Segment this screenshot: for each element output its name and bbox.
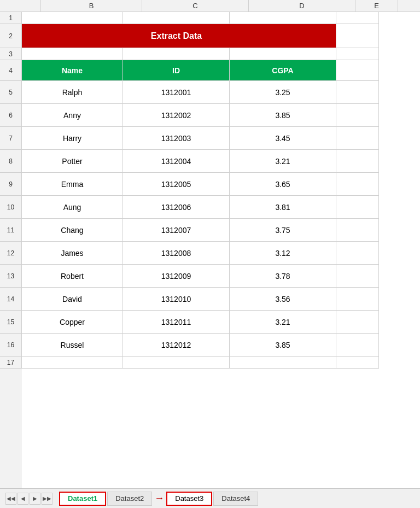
tab-dataset3[interactable]: Dataset3: [166, 492, 212, 506]
cell-c3[interactable]: [123, 48, 230, 60]
row-num-13: 13: [0, 265, 22, 288]
cell-e17[interactable]: [336, 357, 379, 369]
cell-cgpa-6[interactable]: 3.85: [230, 104, 336, 127]
row-num-1: 1: [0, 12, 22, 24]
cell-e1[interactable]: [336, 12, 379, 24]
cell-d3[interactable]: [230, 48, 336, 60]
cell-id-15[interactable]: 1312011: [123, 311, 230, 334]
cell-cgpa-14[interactable]: 3.56: [230, 288, 336, 311]
cell-cgpa-12[interactable]: 3.12: [230, 242, 336, 265]
cell-name-11[interactable]: Chang: [22, 219, 123, 242]
cell-cgpa-13[interactable]: 3.78: [230, 265, 336, 288]
cell-id-8[interactable]: 1312004: [123, 150, 230, 173]
cell-e2[interactable]: [336, 24, 379, 48]
cell-name-15[interactable]: Copper: [22, 311, 123, 334]
cell-cgpa-16[interactable]: 3.85: [230, 334, 336, 357]
cell-e15[interactable]: [336, 311, 379, 334]
cell-name-10[interactable]: Aung: [22, 196, 123, 219]
header-cgpa[interactable]: CGPA: [230, 60, 336, 81]
table-row: David 1312010 3.56: [22, 288, 420, 311]
cell-cgpa-5[interactable]: 3.25: [230, 81, 336, 104]
cell-e14[interactable]: [336, 288, 379, 311]
cell-id-6[interactable]: 1312002: [123, 104, 230, 127]
cell-e6[interactable]: [336, 104, 379, 127]
row-num-5: 5: [0, 81, 22, 104]
cell-id-11[interactable]: 1312007: [123, 219, 230, 242]
row-num-7: 7: [0, 127, 22, 150]
cell-id-14[interactable]: 1312010: [123, 288, 230, 311]
cell-cgpa-9[interactable]: 3.65: [230, 173, 336, 196]
cell-e11[interactable]: [336, 219, 379, 242]
col-header-e[interactable]: E: [355, 0, 398, 11]
tab-dataset1[interactable]: Dataset1: [59, 492, 106, 506]
col-header-d[interactable]: D: [249, 0, 355, 11]
row-num-17: 17: [0, 357, 22, 369]
cell-cgpa-8[interactable]: 3.21: [230, 150, 336, 173]
spreadsheet-title: Extract Data: [151, 31, 202, 41]
row-num-10: 10: [0, 196, 22, 219]
row-num-12: 12: [0, 242, 22, 265]
col-header-c[interactable]: C: [142, 0, 249, 11]
cell-b17[interactable]: [22, 357, 123, 369]
cell-id-9[interactable]: 1312005: [123, 173, 230, 196]
cell-id-13[interactable]: 1312009: [123, 265, 230, 288]
cell-name-16[interactable]: Russel: [22, 334, 123, 357]
tab-arrow-icon: →: [154, 493, 164, 504]
cell-id-5[interactable]: 1312001: [123, 81, 230, 104]
cell-c17[interactable]: [123, 357, 230, 369]
cell-id-16[interactable]: 1312012: [123, 334, 230, 357]
tab-prev-btn[interactable]: ◀: [18, 493, 28, 505]
cell-name-7[interactable]: Harry: [22, 127, 123, 150]
title-cell-mid[interactable]: Extract Data: [123, 24, 230, 48]
cell-e3[interactable]: [336, 48, 379, 60]
row-num-9: 9: [0, 173, 22, 196]
row-num-4: 4: [0, 60, 22, 81]
cell-e5[interactable]: [336, 81, 379, 104]
cell-name-6[interactable]: Anny: [22, 104, 123, 127]
cell-id-10[interactable]: 1312006: [123, 196, 230, 219]
cell-e13[interactable]: [336, 265, 379, 288]
row-num-15: 15: [0, 311, 22, 334]
tab-dataset4[interactable]: Dataset4: [213, 492, 258, 506]
cell-name-9[interactable]: Emma: [22, 173, 123, 196]
table-row: [22, 48, 420, 60]
cell-e4[interactable]: [336, 60, 379, 81]
spreadsheet: B C D E 1 2 3 4 5 6 7 8 9 10 11 12 13 14…: [0, 0, 420, 508]
header-id[interactable]: ID: [123, 60, 230, 81]
table-row: Extract Data: [22, 24, 420, 48]
tab-last-btn[interactable]: ▶▶: [42, 493, 52, 505]
tab-dataset2[interactable]: Dataset2: [107, 492, 152, 506]
cell-d1[interactable]: [230, 12, 336, 24]
cell-name-14[interactable]: David: [22, 288, 123, 311]
cell-name-13[interactable]: Robert: [22, 265, 123, 288]
cell-e16[interactable]: [336, 334, 379, 357]
cell-id-12[interactable]: 1312008: [123, 242, 230, 265]
cell-name-12[interactable]: James: [22, 242, 123, 265]
cell-e8[interactable]: [336, 150, 379, 173]
cell-b3[interactable]: [22, 48, 123, 60]
tab-next-btn[interactable]: ▶: [30, 493, 40, 505]
title-cell-start[interactable]: [22, 24, 123, 48]
cell-cgpa-15[interactable]: 3.21: [230, 311, 336, 334]
header-name[interactable]: Name: [22, 60, 123, 81]
cell-name-8[interactable]: Potter: [22, 150, 123, 173]
grid-area: 1 2 3 4 5 6 7 8 9 10 11 12 13 14 15 16 1…: [0, 12, 420, 488]
table-row: Robert 1312009 3.78: [22, 265, 420, 288]
cell-cgpa-7[interactable]: 3.45: [230, 127, 336, 150]
cell-id-7[interactable]: 1312003: [123, 127, 230, 150]
table-row: Copper 1312011 3.21: [22, 311, 420, 334]
cell-e12[interactable]: [336, 242, 379, 265]
cell-d17[interactable]: [230, 357, 336, 369]
cell-name-5[interactable]: Ralph: [22, 81, 123, 104]
cells-area: Extract Data Name ID CGPA Ralp: [22, 12, 420, 488]
cell-c1[interactable]: [123, 12, 230, 24]
col-header-b[interactable]: B: [41, 0, 142, 11]
tab-first-btn[interactable]: ◀◀: [5, 493, 16, 505]
cell-cgpa-11[interactable]: 3.75: [230, 219, 336, 242]
cell-e9[interactable]: [336, 173, 379, 196]
cell-e10[interactable]: [336, 196, 379, 219]
cell-e7[interactable]: [336, 127, 379, 150]
cell-cgpa-10[interactable]: 3.81: [230, 196, 336, 219]
title-cell-end[interactable]: [230, 24, 336, 48]
cell-b1[interactable]: [22, 12, 123, 24]
